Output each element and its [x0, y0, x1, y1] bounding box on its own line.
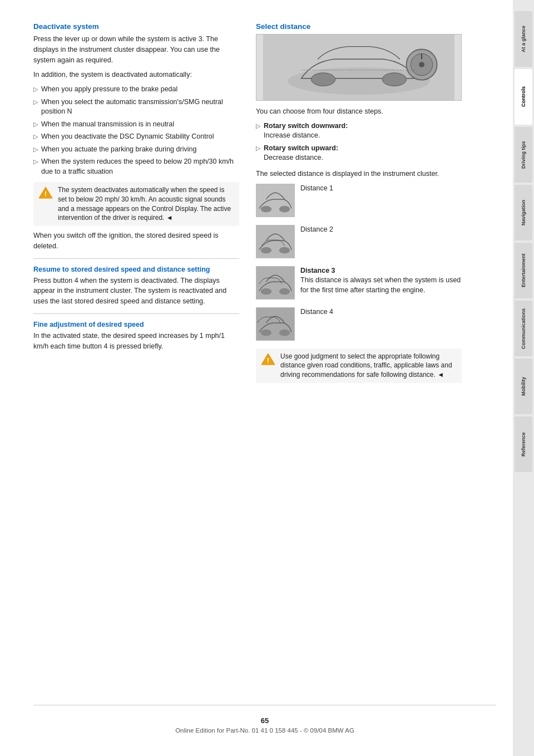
- bullet-item: ▷ When the system reduces the speed to b…: [33, 157, 239, 176]
- deactivate-bullet-list: ▷ When you apply pressure to the brake p…: [33, 85, 239, 176]
- bullet-arrow-icon: ▷: [33, 158, 38, 166]
- sidebar-tab-driving-tips[interactable]: Driving tips: [515, 127, 532, 183]
- distance-3-item: Distance 3 This distance is always set w…: [256, 266, 462, 300]
- svg-point-9: [419, 62, 424, 67]
- divider: [33, 258, 239, 259]
- sidebar-tab-communications[interactable]: Communications: [515, 301, 532, 356]
- distance-4-text: Distance 4: [300, 307, 333, 317]
- distance-2-image: [256, 225, 295, 258]
- bullet-text: When you apply pressure to the brake ped…: [41, 85, 177, 95]
- bullet-text: Rotary switch downward: Increase distanc…: [264, 121, 348, 141]
- select-distance-warning-box: ! Use good judgment to select the approp…: [256, 348, 462, 383]
- divider2: [33, 313, 239, 314]
- distance-1-image: [256, 184, 295, 217]
- svg-rect-20: [256, 307, 294, 340]
- distance-3-text: Distance 3 This distance is always set w…: [300, 266, 462, 296]
- bullet-text: Rotary switch upward: Decrease distance.: [264, 144, 338, 163]
- bullet-arrow-icon: ▷: [33, 85, 38, 94]
- bullet-arrow-icon: ▷: [33, 120, 38, 129]
- svg-point-18: [261, 288, 271, 294]
- page-number: 65: [33, 716, 496, 725]
- warning-icon: !: [38, 186, 53, 199]
- sidebar-tab-entertainment[interactable]: Entertainment: [515, 243, 532, 298]
- bullet-arrow-icon: ▷: [33, 145, 38, 154]
- distance-3-image: [256, 266, 295, 300]
- deactivate-note-box: ! The system deactivates automatically w…: [33, 182, 239, 226]
- cluster-text: The selected distance is displayed in th…: [256, 169, 462, 179]
- bullet-item: ▷ When you actuate the parking brake dur…: [33, 145, 239, 155]
- bullet-arrow-icon: ▷: [33, 132, 38, 141]
- svg-point-19: [279, 288, 290, 294]
- select-distance-warning-text: Use good judgment to select the appropri…: [280, 352, 457, 380]
- svg-point-4: [311, 73, 335, 86]
- deactivate-system-para1: Press the lever up or down while the sys…: [33, 34, 239, 65]
- bullet-item: ▷ When you apply pressure to the brake p…: [33, 85, 239, 95]
- bullet-item: ▷ When you select the automatic transmis…: [33, 97, 239, 117]
- bullet-arrow-icon: ▷: [256, 144, 260, 153]
- bullet-arrow-icon: ▷: [33, 98, 38, 106]
- bullet-text: When you deactivate the DSC Dynamic Stab…: [41, 132, 214, 142]
- fine-adjustment-section: Fine adjustment of desired speed In the …: [33, 321, 239, 352]
- bullet-text: When the system reduces the speed to bel…: [41, 157, 239, 176]
- sidebar-tab-at-a-glance[interactable]: At a glance: [515, 11, 532, 67]
- ignition-text: When you switch off the ignition, the st…: [33, 230, 239, 252]
- fine-adjustment-title: Fine adjustment of desired speed: [33, 321, 239, 328]
- svg-point-21: [261, 329, 271, 336]
- bullet-text: When the manual transmission is in neutr…: [41, 120, 174, 130]
- page-footer: 65 Online Edition for Part-No. 01 41 0 1…: [33, 705, 496, 739]
- deactivate-note-text: The system deactivates automatically whe…: [58, 185, 235, 223]
- right-column: Select distance: [256, 22, 462, 694]
- sidebar-tab-controls[interactable]: Controls: [515, 69, 532, 125]
- bullet-text: When you select the automatic transmissi…: [41, 97, 239, 117]
- deactivate-system-section: Deactivate system Press the lever up or …: [33, 22, 239, 252]
- svg-rect-17: [256, 266, 294, 298]
- sidebar-tab-mobility[interactable]: Mobility: [515, 359, 532, 414]
- bullet-arrow-icon: ▷: [256, 122, 260, 130]
- svg-rect-11: [256, 184, 294, 216]
- svg-point-16: [279, 247, 290, 253]
- footer-text: Online Edition for Part-No. 01 41 0 158 …: [33, 727, 496, 734]
- deactivate-system-para2: In addition, the system is deactivated a…: [33, 70, 239, 80]
- distance-4-item: Distance 4: [256, 307, 462, 341]
- select-distance-title: Select distance: [256, 22, 462, 31]
- distance-1-item: Distance 1: [256, 184, 462, 217]
- left-column: Deactivate system Press the lever up or …: [33, 22, 239, 694]
- distance-2-item: Distance 2: [256, 225, 462, 258]
- svg-rect-14: [256, 225, 294, 257]
- sidebar-tab-navigation[interactable]: Navigation: [515, 185, 532, 240]
- distance-bullet-list: ▷ Rotary switch downward: Increase dista…: [256, 121, 462, 163]
- sidebar-tab-reference[interactable]: Reference: [515, 416, 532, 472]
- svg-point-13: [279, 205, 290, 212]
- svg-text:!: !: [44, 190, 47, 198]
- svg-point-5: [382, 73, 406, 86]
- fine-adjustment-para: In the activated state, the desired spee…: [33, 331, 239, 352]
- resume-para: Press button 4 when the system is deacti…: [33, 276, 239, 307]
- warning-icon-2: !: [260, 352, 276, 366]
- svg-point-22: [279, 329, 290, 336]
- resume-section: Resume to stored desired speed and dista…: [33, 266, 239, 307]
- sidebar: At a glance Controls Driving tips Naviga…: [513, 0, 534, 756]
- svg-point-12: [261, 205, 271, 212]
- distance-4-image: [256, 307, 295, 341]
- bullet-item: ▷ When you deactivate the DSC Dynamic St…: [33, 132, 239, 142]
- bullet-item: ▷ Rotary switch downward: Increase dista…: [256, 121, 462, 141]
- bullet-text: When you actuate the parking brake durin…: [41, 145, 196, 155]
- bullet-item: ▷ When the manual transmission is in neu…: [33, 120, 239, 130]
- distance-2-text: Distance 2: [300, 225, 333, 235]
- rotary-switch-image: [256, 34, 462, 101]
- distance-1-text: Distance 1: [300, 184, 333, 194]
- deactivate-system-title: Deactivate system: [33, 22, 239, 31]
- svg-text:!: !: [267, 356, 269, 365]
- bullet-item: ▷ Rotary switch upward: Decrease distanc…: [256, 144, 462, 163]
- svg-point-15: [261, 247, 271, 253]
- resume-title: Resume to stored desired speed and dista…: [33, 266, 239, 273]
- select-distance-intro: You can choose from four distance steps.: [256, 106, 462, 117]
